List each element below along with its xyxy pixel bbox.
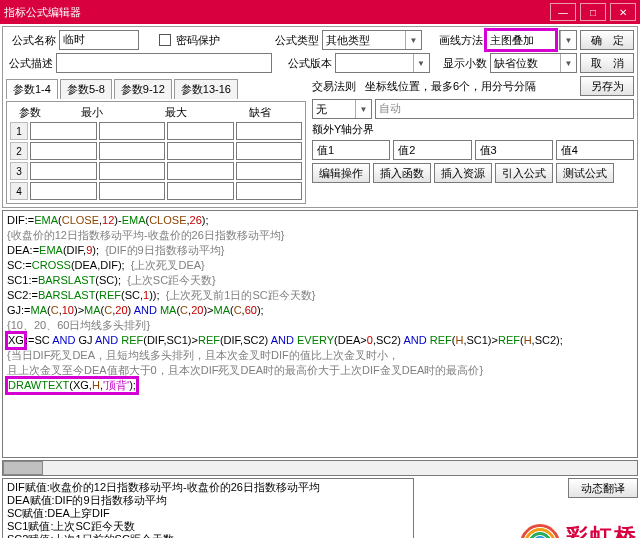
- window-title: 指标公式编辑器: [4, 5, 546, 20]
- logo: 彩虹桥 投资充电站: [520, 522, 638, 538]
- p1-min[interactable]: [99, 122, 166, 140]
- p1-name[interactable]: [30, 122, 97, 140]
- pwd-checkbox[interactable]: [159, 34, 171, 46]
- chevron-down-icon: ▼: [560, 54, 576, 72]
- maximize-button[interactable]: □: [580, 3, 606, 21]
- import-formula-button[interactable]: 引入公式: [495, 163, 553, 183]
- desc-label: 公式描述: [6, 56, 53, 71]
- tab-params-5-8[interactable]: 参数5-8: [60, 79, 112, 99]
- p1-def[interactable]: [236, 122, 303, 140]
- rainbow-icon: [520, 524, 560, 538]
- close-button[interactable]: ✕: [610, 3, 636, 21]
- confirm-button[interactable]: 确 定: [580, 30, 634, 50]
- draw-select[interactable]: 主图叠加: [486, 30, 556, 50]
- insert-res-button[interactable]: 插入资源: [434, 163, 492, 183]
- param-hdr-min: 最小: [50, 105, 134, 120]
- chevron-down-icon: ▼: [405, 31, 421, 49]
- p3-min[interactable]: [99, 162, 166, 180]
- p4-def[interactable]: [236, 182, 303, 200]
- saveas-button[interactable]: 另存为: [580, 76, 634, 96]
- p4-name[interactable]: [30, 182, 97, 200]
- type-label: 公式类型: [269, 33, 319, 48]
- insert-func-button[interactable]: 插入函数: [373, 163, 431, 183]
- extra-y-label: 额外Y轴分界: [312, 122, 374, 137]
- p2-min[interactable]: [99, 142, 166, 160]
- pwd-label: 密码保护: [176, 33, 220, 48]
- param-hdr-def: 缺省: [218, 105, 302, 120]
- tab-params-9-12[interactable]: 参数9-12: [114, 79, 172, 99]
- val1-input[interactable]: 值1: [312, 140, 390, 160]
- code-editor[interactable]: DIF:=EMA(CLOSE,12)-EMA(CLOSE,26); {收盘价的1…: [2, 210, 638, 458]
- rule-label: 交易法则: [312, 79, 356, 94]
- ver-label: 公式版本: [286, 56, 333, 71]
- p2-name[interactable]: [30, 142, 97, 160]
- draw-label: 画线方法: [433, 33, 483, 48]
- p2-max[interactable]: [167, 142, 234, 160]
- test-formula-button[interactable]: 测试公式: [556, 163, 614, 183]
- draw-select-caret[interactable]: ▼: [559, 30, 577, 50]
- p4-min[interactable]: [99, 182, 166, 200]
- p1-max[interactable]: [167, 122, 234, 140]
- scrollbar-thumb[interactable]: [3, 461, 43, 475]
- tab-params-13-16[interactable]: 参数13-16: [174, 79, 238, 99]
- minimize-button[interactable]: —: [550, 3, 576, 21]
- logo-title: 彩虹桥: [566, 522, 638, 538]
- dec-select[interactable]: 缺省位数▼: [490, 53, 577, 73]
- description-panel: DIF赋值:收盘价的12日指数移动平均-收盘价的26日指数移动平均DEA赋值:D…: [2, 478, 414, 538]
- chevron-down-icon: ▼: [560, 31, 576, 49]
- ver-select[interactable]: ▼: [335, 53, 429, 73]
- chevron-down-icon: ▼: [355, 100, 371, 118]
- translate-button[interactable]: 动态翻译: [568, 478, 638, 498]
- p3-name[interactable]: [30, 162, 97, 180]
- name-label: 公式名称: [6, 33, 56, 48]
- editor-h-scrollbar[interactable]: [2, 460, 638, 476]
- dec-label: 显示小数: [441, 56, 488, 71]
- val3-input[interactable]: 值3: [475, 140, 553, 160]
- val2-input[interactable]: 值2: [393, 140, 471, 160]
- cancel-button[interactable]: 取 消: [580, 53, 634, 73]
- param-hdr-name: 参数: [10, 105, 50, 120]
- extra-input[interactable]: 自动: [375, 99, 634, 119]
- type-select[interactable]: 其他类型▼: [322, 30, 422, 50]
- tab-params-1-4[interactable]: 参数1-4: [6, 79, 58, 99]
- rule-hint: 坐标线位置，最多6个，用分号分隔: [365, 79, 577, 94]
- desc-input[interactable]: [56, 53, 272, 73]
- params-grid: 参数 最小 最大 缺省 1 2 3 4: [6, 101, 306, 204]
- param-hdr-max: 最大: [134, 105, 218, 120]
- axis-select[interactable]: 无▼: [312, 99, 372, 119]
- chevron-down-icon: ▼: [413, 54, 429, 72]
- name-input[interactable]: 临时: [59, 30, 139, 50]
- p3-def[interactable]: [236, 162, 303, 180]
- p4-max[interactable]: [167, 182, 234, 200]
- edit-op-button[interactable]: 编辑操作: [312, 163, 370, 183]
- val4-input[interactable]: 值4: [556, 140, 634, 160]
- p2-def[interactable]: [236, 142, 303, 160]
- p3-max[interactable]: [167, 162, 234, 180]
